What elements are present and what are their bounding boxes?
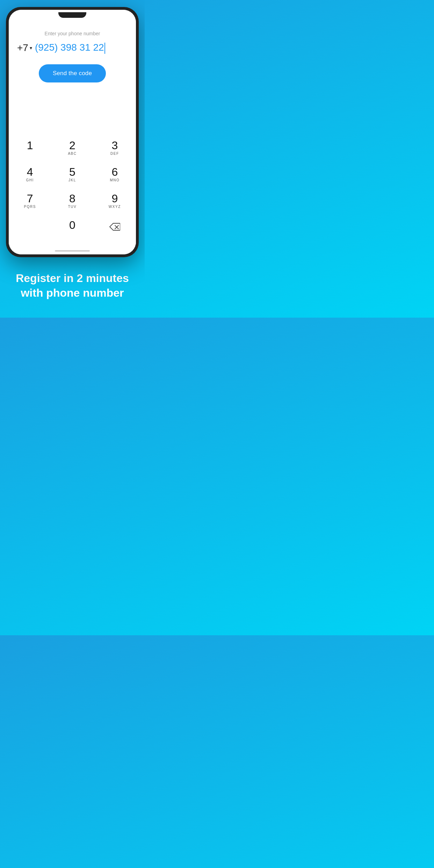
- dialpad-row-1: 1 2 ABC 3 DEF: [9, 136, 136, 161]
- bottom-section: Register in 2 minutes with phone number: [0, 257, 145, 318]
- key-letters-4: GHI: [26, 178, 34, 183]
- key-letters-9: WXYZ: [109, 205, 121, 210]
- phone-notch: [58, 12, 86, 18]
- backspace-icon: [109, 223, 120, 233]
- key-number-6: 6: [111, 166, 118, 178]
- phone-bottom: [9, 247, 136, 254]
- key-number-7: 7: [27, 193, 33, 204]
- dialpad-key-9[interactable]: 9 WXYZ: [95, 189, 134, 214]
- key-number-4: 4: [27, 166, 33, 178]
- key-number-3: 3: [111, 140, 118, 151]
- phone-input-row: +7 ▾ (925) 398 31 22: [17, 42, 128, 54]
- dialpad-row-3: 7 PQRS 8 TUV 9 WXYZ: [9, 189, 136, 214]
- dialpad-key-8[interactable]: 8 TUV: [53, 189, 92, 214]
- tagline: Register in 2 minutes with phone number: [10, 271, 134, 300]
- key-number-5: 5: [69, 166, 75, 178]
- country-code-selector[interactable]: +7 ▾: [17, 42, 32, 53]
- text-cursor: [104, 43, 105, 54]
- spacer: [9, 96, 136, 132]
- send-button-wrap: Send the code: [39, 64, 106, 82]
- dropdown-arrow-icon: ▾: [30, 45, 32, 51]
- dialpad-key-0[interactable]: 0: [53, 215, 92, 240]
- phone-number-value: (925) 398 31 22: [35, 42, 104, 53]
- phone-wrapper: Enter your phone number +7 ▾ (925) 398 3…: [6, 7, 139, 257]
- dialpad-key-4[interactable]: 4 GHI: [11, 162, 49, 187]
- key-number-8: 8: [69, 193, 75, 204]
- dialpad-row-4: 0: [9, 215, 136, 240]
- dialpad-key-2[interactable]: 2 ABC: [53, 136, 92, 161]
- phone-inner: Enter your phone number +7 ▾ (925) 398 3…: [9, 10, 136, 254]
- dialpad-key-6[interactable]: 6 MNO: [95, 162, 134, 187]
- input-section: Enter your phone number +7 ▾ (925) 398 3…: [9, 20, 136, 96]
- key-letters-2: ABC: [68, 152, 77, 157]
- dialpad-key-backspace[interactable]: [95, 215, 134, 240]
- country-code-value: +7: [17, 42, 28, 53]
- key-number-9: 9: [111, 193, 118, 204]
- key-letters-7: PQRS: [24, 205, 36, 210]
- phone-top: [9, 10, 136, 20]
- key-letters-3: DEF: [110, 152, 119, 157]
- key-letters-6: MNO: [110, 178, 120, 183]
- home-indicator: [55, 250, 90, 252]
- key-number-0: 0: [69, 219, 75, 231]
- send-code-button[interactable]: Send the code: [39, 64, 106, 82]
- phone-screen: Enter your phone number +7 ▾ (925) 398 3…: [9, 20, 136, 254]
- dialpad: 1 2 ABC 3 DEF 4 GHI: [9, 132, 136, 247]
- dialpad-key-1[interactable]: 1: [11, 136, 49, 161]
- dialpad-key-7[interactable]: 7 PQRS: [11, 189, 49, 214]
- dialpad-row-2: 4 GHI 5 JKL 6 MNO: [9, 162, 136, 187]
- dialpad-key-3[interactable]: 3 DEF: [95, 136, 134, 161]
- dialpad-key-empty: [11, 215, 49, 240]
- dialpad-key-5[interactable]: 5 JKL: [53, 162, 92, 187]
- input-label: Enter your phone number: [45, 31, 100, 36]
- key-number-2: 2: [69, 140, 75, 151]
- key-letters-8: TUV: [68, 205, 77, 210]
- key-number-1: 1: [27, 140, 33, 151]
- phone-number-display[interactable]: (925) 398 31 22: [35, 42, 128, 54]
- key-letters-5: JKL: [68, 178, 76, 183]
